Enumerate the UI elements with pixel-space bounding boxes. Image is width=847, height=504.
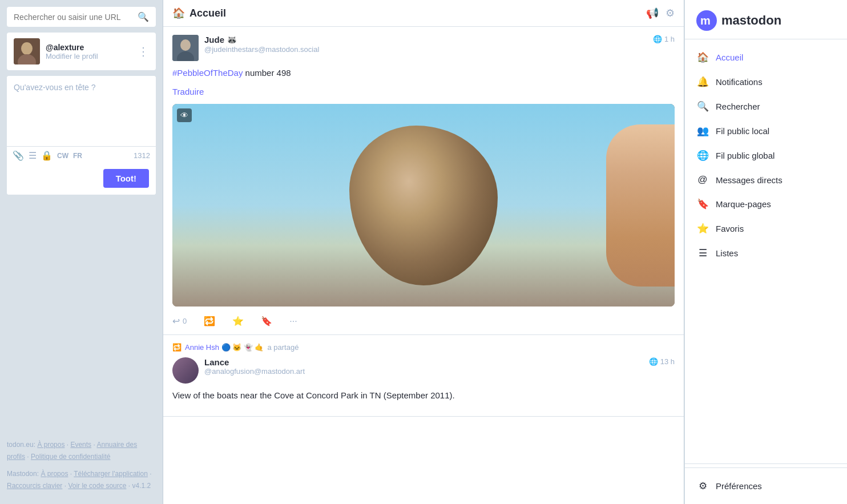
user-handle: @alexture (46, 43, 132, 52)
search-input[interactable] (14, 13, 133, 22)
toot-button-wrap: Toot! (7, 164, 156, 195)
post-content-1: #PebbleOfTheDay number 498 (172, 67, 675, 80)
home-nav-icon: 🏠 (696, 51, 709, 63)
reply-button-1[interactable]: ↩ 0 (172, 316, 187, 326)
footer-download-link[interactable]: Télécharger l'application (74, 470, 148, 478)
post-header-1: Jude 🦝 @judeinthestars@mastodon.social 🌐… (172, 35, 675, 61)
image-content-warning-icon[interactable]: 👁 (177, 108, 192, 122)
mastodon-label: Mastodon: (7, 470, 39, 478)
hashtag-link[interactable]: #PebbleOfTheDay (172, 68, 243, 78)
post-author-1: Jude 🦝 (204, 35, 647, 45)
bookmark-button-1[interactable]: 🔖 (261, 316, 272, 326)
nav-item-home[interactable]: 🏠 Accueil (685, 45, 847, 70)
svg-text:m: m (700, 14, 711, 27)
search-nav-icon: 🔍 (696, 100, 709, 112)
nav-preferences: ⚙ Préférences (685, 467, 847, 504)
compose-textarea[interactable] (7, 76, 156, 144)
nav-item-favorites[interactable]: ⭐ Favoris (685, 216, 847, 241)
left-sidebar: 🔍 @alexture Modifier le profil ⋮ 📎 ☰ 🔒 C… (0, 0, 163, 504)
user-action-label[interactable]: Modifier le profil (46, 52, 132, 61)
nav-dm-label: Messages directs (716, 175, 783, 185)
post-image-1: 👁 (172, 104, 675, 307)
post-content-2: View of the boats near the Cove at Conco… (172, 389, 675, 402)
right-sidebar: m mastodon 🏠 Accueil 🔔 Notifications 🔍 R… (684, 0, 847, 504)
nav-item-preferences[interactable]: ⚙ Préférences (685, 474, 847, 498)
cw-button[interactable]: CW (57, 152, 68, 160)
nav-item-lists[interactable]: ☰ Listes (685, 241, 847, 265)
nav-item-notifications[interactable]: 🔔 Notifications (685, 70, 847, 94)
star-icon: ⭐ (232, 316, 244, 326)
avatar (14, 38, 40, 64)
main-header: 🏠 Accueil 📢 ⚙ (163, 0, 684, 27)
boosted-by-link[interactable]: Annie Hsh 🔵 🐱 👻 🤙 (185, 343, 264, 352)
favorite-button-1[interactable]: ⭐ (232, 316, 244, 326)
more-icon: ··· (289, 316, 297, 326)
home-header-icon: 🏠 (172, 7, 185, 19)
bookmark-nav-icon: 🔖 (696, 198, 709, 210)
nav-item-bookmarks[interactable]: 🔖 Marque-pages (685, 192, 847, 216)
boost-text: a partagé (267, 343, 299, 352)
mastodon-footer: Mastodon: À propos · Télécharger l'appli… (7, 468, 156, 493)
post-meta-1: Jude 🦝 @judeinthestars@mastodon.social (204, 35, 647, 54)
post-actions-1: ↩ 0 🔁 ⭐ 🔖 ··· (172, 312, 675, 326)
footer-privacy-link[interactable]: Politique de confidentialité (31, 453, 110, 461)
nav-item-local[interactable]: 👥 Fil public local (685, 119, 847, 143)
logo-area: m mastodon (685, 0, 847, 39)
nav-local-label: Fil public local (716, 126, 769, 136)
nav-global-label: Fil public global (716, 151, 775, 160)
footer-mastodon-about[interactable]: À propos (41, 470, 68, 478)
translate-button[interactable]: Traduire (172, 87, 204, 96)
more-button-1[interactable]: ··· (289, 316, 297, 326)
megaphone-icon[interactable]: 📢 (646, 7, 659, 19)
user-menu-button[interactable]: ⋮ (138, 46, 149, 57)
globe-icon-1: 🌐 (653, 35, 662, 43)
nav-lists-label: Listes (716, 248, 738, 258)
list-nav-icon: ☰ (696, 247, 709, 259)
post-card-2: 🔁 Annie Hsh 🔵 🐱 👻 🤙 a partagé Lance @ana… (163, 335, 684, 417)
nav-item-dm[interactable]: @ Messages directs (685, 168, 847, 192)
search-bar: 🔍 (7, 7, 156, 27)
feed: Jude 🦝 @judeinthestars@mastodon.social 🌐… (163, 27, 684, 504)
lock-icon[interactable]: 🔒 (41, 150, 53, 161)
post-avatar-2 (172, 357, 199, 384)
nav-divider (685, 463, 847, 464)
attach-icon[interactable]: 📎 (13, 150, 24, 161)
boost-button-1[interactable]: 🔁 (204, 316, 215, 326)
boost-icon: 🔁 (204, 316, 215, 326)
translate-link: Traduire (172, 86, 675, 99)
search-icon: 🔍 (138, 11, 149, 22)
list-icon[interactable]: ☰ (29, 150, 37, 161)
footer-links: todon.eu: À propos · Events · Annuaire d… (7, 439, 156, 497)
at-icon: @ (696, 174, 709, 186)
nav-item-global[interactable]: 🌐 Fil public global (685, 143, 847, 168)
footer-source-link[interactable]: Voir le code source (68, 482, 126, 490)
nav-preferences-label: Préférences (716, 481, 762, 491)
post-card-1: Jude 🦝 @judeinthestars@mastodon.social 🌐… (163, 27, 684, 335)
reply-count: 0 (183, 317, 187, 325)
mastodon-logo-icon: m (696, 10, 717, 31)
footer-shortcuts-link[interactable]: Raccourcis clavier (7, 482, 62, 490)
compose-toolbar: 📎 ☰ 🔒 CW FR 1312 (7, 146, 156, 164)
nav-item-search[interactable]: 🔍 Rechercher (685, 94, 847, 119)
lang-button[interactable]: FR (73, 152, 82, 160)
gear-icon: ⚙ (696, 480, 709, 492)
reply-icon: ↩ (172, 316, 180, 326)
footer-about-link[interactable]: À propos (37, 441, 64, 449)
toot-button[interactable]: Toot! (103, 169, 149, 188)
char-count: 1312 (134, 151, 150, 160)
star-nav-icon: ⭐ (696, 223, 709, 235)
nav-favorites-label: Favoris (716, 224, 744, 233)
post-avatar-1 (172, 35, 199, 61)
bell-icon: 🔔 (696, 76, 709, 88)
filter-icon[interactable]: ⚙ (666, 7, 675, 19)
local-icon: 👥 (696, 125, 709, 137)
post-header-2: Lance @analogfusion@mastodon.art 🌐 13 h (172, 357, 675, 384)
post-time-1: 🌐 1 h (653, 35, 675, 43)
post-meta-2: Lance @analogfusion@mastodon.art (204, 357, 643, 376)
main-content: 🏠 Accueil 📢 ⚙ Jude 🦝 @judeinthestars (163, 0, 684, 504)
nav-home-label: Accueil (716, 53, 743, 62)
footer-events-link[interactable]: Events (70, 441, 91, 449)
boost-indicator-icon: 🔁 (172, 343, 182, 352)
boost-label: 🔁 Annie Hsh 🔵 🐱 👻 🤙 a partagé (172, 343, 675, 352)
hand-hint (606, 124, 675, 287)
